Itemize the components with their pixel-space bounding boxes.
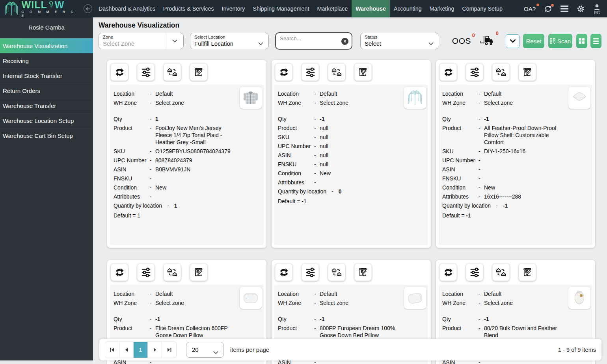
filter-sliders-button[interactable] [302,264,319,281]
field-label: Qty [278,115,314,123]
oos-toggle[interactable]: OOS 0 [452,36,471,46]
edit-notes-button[interactable] [519,63,536,81]
card-body: Location-Default WH Zone-Select zone Qty… [274,85,428,245]
list-view-button[interactable] [590,34,601,48]
field-value-product: null [320,124,425,132]
page-size-select[interactable]: 20 [186,342,224,358]
scan-button[interactable]: Scan [548,34,572,48]
swap-arrows-icon [114,267,125,278]
warehouse-transfer-icon [495,267,506,278]
list-view-icon [593,38,599,44]
edit-notes-button[interactable] [190,264,207,281]
field-value-asin: B0BVMV91JN [155,166,260,173]
nav-item[interactable]: Shipping Management [249,0,313,17]
transfer-stock-button[interactable] [111,63,128,81]
sidebar-item[interactable]: Warehouse Cart Bin Setup [0,128,93,143]
last-page-button[interactable] [162,342,176,358]
edit-notes-button[interactable] [190,63,207,81]
nav-item[interactable]: Accounting [390,0,426,17]
next-page-button[interactable] [148,342,162,358]
field-label: WH Zone [442,299,479,306]
field-label: Product [278,325,314,339]
nav-item[interactable]: Marketing [426,0,458,17]
field-label: Qty [114,115,150,123]
filter-sliders-button[interactable] [466,264,483,281]
field-value-asin [484,166,589,173]
field-label: SKU [442,148,479,155]
edit-notes-button[interactable] [354,264,372,281]
transfer-stock-button[interactable] [275,63,292,81]
filter-sliders-button[interactable] [137,264,155,281]
swap-arrows-icon [443,67,454,78]
settings-button[interactable] [577,5,585,13]
field-label: FNSKU [278,161,314,168]
warehouse-transfer-button[interactable] [164,63,181,81]
sidebar-item[interactable]: Warehouse Visualization [0,38,93,53]
sidebar-item[interactable]: Warehouse Transfer [0,98,93,113]
sidebar-item[interactable]: Receiving [0,53,93,68]
warehouse-transfer-button[interactable] [164,264,181,281]
first-page-button[interactable] [105,342,119,358]
search-input[interactable] [276,33,352,41]
edit-document-icon [522,67,533,78]
warehouse-transfer-button[interactable] [492,264,510,281]
field-label: Location [278,90,314,97]
sidebar-item[interactable]: Warehouse Location Setup [0,113,93,128]
filter-sliders-button[interactable] [466,63,483,81]
menu-button[interactable] [560,6,568,12]
field-value-sku: DIY-1-250-16x16 [484,148,589,155]
chevron-down-icon [258,42,263,45]
sidebar-item[interactable]: Internal Stock Transfer [0,68,93,83]
transfer-stock-button[interactable] [439,264,457,281]
nav-item[interactable]: Warehouse [352,0,390,17]
field-label: Location [442,90,479,97]
forklift-toggle[interactable]: 0 [480,34,495,48]
grid-view-button[interactable] [576,34,587,48]
reset-button[interactable]: Reset [523,34,544,48]
product-image [240,287,262,309]
transfer-stock-button[interactable] [111,264,128,281]
transfer-stock-button[interactable] [439,63,457,81]
nav-item[interactable]: Marketplace [313,0,352,17]
filter-sliders-button[interactable] [137,63,155,81]
sync-button[interactable] [544,5,552,13]
location-dropdown[interactable]: Select Location Fullfill Location [190,33,269,49]
sliders-icon [469,267,480,278]
chevron-down-icon [428,42,434,45]
edit-document-icon [357,267,369,278]
transfer-stock-button[interactable] [275,264,292,281]
field-label: Qty [442,316,479,323]
sliders-icon [141,67,151,78]
field-value-qty: -1 [484,316,589,323]
oos-label: OOS [452,36,471,45]
warehouse-transfer-button[interactable] [328,264,345,281]
product-image [568,87,590,109]
nav-item[interactable]: Dashboard & Analytics [95,0,159,17]
nav-item[interactable]: Inventory [218,0,249,17]
expand-options-button[interactable] [506,34,519,48]
sidebar: Rosie Gamba Warehouse VisualizationRecei… [0,17,93,360]
warehouse-transfer-icon [495,67,506,78]
edit-notes-button[interactable] [519,264,536,281]
oa-menu-button[interactable]: OA? [524,6,536,12]
zone-label: Zone [99,33,166,40]
nav-item[interactable]: Company Setup [458,0,506,17]
field-value-attributes: 16x16-------288 [484,193,589,200]
warehouse-transfer-button[interactable] [492,63,510,81]
filter-sliders-button[interactable] [302,63,319,81]
sidebar-item[interactable]: Return Orders [0,83,93,98]
zone-chevron[interactable] [166,33,183,49]
nav-item[interactable]: Products & Services [159,0,218,17]
field-value-upc: 808784024379 [155,157,260,164]
nav-collapse-button[interactable] [84,4,92,13]
clear-search-icon[interactable]: × [341,38,348,45]
status-dropdown[interactable]: Status Select [360,33,439,49]
field-label: UPC Number [278,143,314,150]
field-value-fnsku [484,175,589,182]
warehouse-transfer-button[interactable] [328,63,345,81]
zone-dropdown[interactable]: Zone Select Zone [99,33,184,49]
edit-notes-button[interactable] [354,63,372,81]
page-number-button[interactable]: 1 [134,342,148,358]
prev-page-button[interactable] [119,342,134,358]
user-avatar[interactable]: RG [593,4,601,15]
